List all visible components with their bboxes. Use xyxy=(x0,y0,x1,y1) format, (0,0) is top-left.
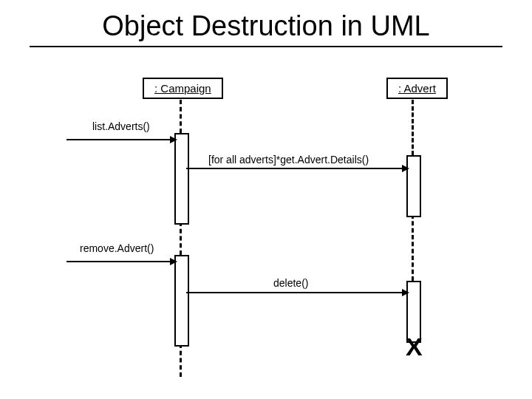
lifeline-campaign-1 xyxy=(180,100,182,133)
destroy-marker: X xyxy=(406,334,423,359)
diagram-stage: Object Destruction in UML : Campaign : A… xyxy=(0,0,532,399)
msg-label-list-adverts: list.Adverts() xyxy=(92,120,150,132)
arrow-delete xyxy=(186,288,409,297)
msg-label-remove-advert: remove.Advert() xyxy=(80,242,154,254)
svg-marker-5 xyxy=(170,258,177,265)
object-box-campaign: : Campaign xyxy=(143,78,223,99)
arrow-get-advert-details xyxy=(186,164,409,173)
activation-campaign-1 xyxy=(174,133,189,225)
arrow-remove-advert xyxy=(66,257,177,266)
slide-title: Object Destruction in UML xyxy=(0,10,532,42)
arrow-list-adverts xyxy=(66,135,177,144)
msg-label-delete: delete() xyxy=(273,277,308,289)
lifeline-advert-2 xyxy=(412,214,414,281)
activation-campaign-2 xyxy=(174,255,189,347)
lifeline-advert-1 xyxy=(412,100,414,155)
svg-marker-7 xyxy=(402,289,409,296)
lifeline-campaign-2 xyxy=(180,222,182,255)
svg-marker-1 xyxy=(170,136,177,143)
title-underline xyxy=(30,46,502,47)
lifeline-campaign-3 xyxy=(180,344,182,377)
svg-marker-3 xyxy=(402,165,409,172)
object-box-advert: : Advert xyxy=(386,78,448,99)
object-label-campaign: : Campaign xyxy=(154,82,211,95)
object-label-advert: : Advert xyxy=(398,82,436,95)
